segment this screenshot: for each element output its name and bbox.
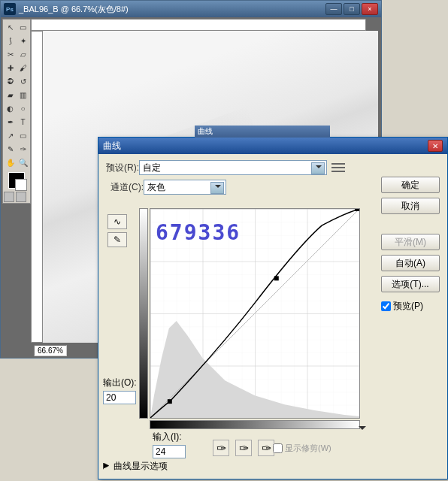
- dodge-tool-icon[interactable]: ○: [17, 101, 29, 115]
- chevron-right-icon: ⯈: [103, 462, 110, 470]
- quickmask-icon[interactable]: [4, 192, 14, 202]
- brush-tool-icon[interactable]: 🖌: [17, 61, 29, 74]
- hand-tool-icon[interactable]: ✋: [4, 156, 17, 169]
- black-point-eyedropper-icon[interactable]: ✑: [213, 440, 229, 456]
- ruler-vertical: [31, 31, 43, 343]
- curve-point[interactable]: [355, 209, 359, 211]
- type-tool-icon[interactable]: T: [17, 115, 29, 129]
- curves-dialog: 曲线 曲线 ✕ 预设(R): 自定 通道(C): 灰色 ∿ ✎: [98, 137, 448, 479]
- chevron-down-icon: [215, 185, 221, 191]
- wand-tool-icon[interactable]: ✦: [17, 34, 29, 47]
- dialog-title: 曲线: [103, 140, 428, 153]
- background-swatch[interactable]: [15, 179, 27, 191]
- ps-titlebar[interactable]: Ps _BAL96_B @ 66.7%(灰色/8#) — □ ×: [1, 1, 381, 17]
- eraser-tool-icon[interactable]: ▰: [4, 88, 17, 101]
- notes-tool-icon[interactable]: ✎: [4, 142, 17, 156]
- shape-tool-icon[interactable]: ▭: [17, 129, 29, 142]
- output-gradient: [139, 208, 148, 419]
- expand-handle-icon[interactable]: [359, 426, 366, 434]
- preview-label: 预览(P): [393, 300, 423, 313]
- curve-point[interactable]: [168, 399, 172, 404]
- lasso-tool-icon[interactable]: ⟆: [4, 34, 17, 47]
- toolbox: ↖▭ ⟆✦ ✂▱ ✚🖌 ⮊↺ ▰▥ ◐○ ✒T ↗▭ ✎✑ ✋🔍: [2, 19, 31, 204]
- display-options-label: 曲线显示选项: [114, 460, 168, 473]
- show-clipping-input[interactable]: [273, 443, 283, 453]
- output-label: 输出(O):: [103, 377, 137, 389]
- color-swatches[interactable]: [4, 172, 29, 189]
- input-gradient: [150, 420, 360, 429]
- output-input[interactable]: [103, 391, 136, 404]
- document-title: _BAL96_B @ 66.7%(灰色/8#): [19, 4, 325, 15]
- ruler-horizontal: [31, 19, 366, 31]
- eyedropper-icon[interactable]: ✑: [17, 142, 29, 156]
- display-options-toggle[interactable]: ⯈ 曲线显示选项: [103, 460, 168, 473]
- input-label: 输入(I):: [153, 431, 186, 443]
- curve-point[interactable]: [274, 276, 279, 280]
- preview-checkbox[interactable]: 预览(P): [381, 300, 440, 313]
- channel-combo[interactable]: 灰色: [144, 180, 226, 195]
- history-brush-icon[interactable]: ↺: [17, 74, 29, 88]
- gradient-tool-icon[interactable]: ▥: [17, 88, 29, 101]
- close-button[interactable]: ×: [362, 3, 378, 15]
- dialog-close-button[interactable]: ✕: [428, 140, 443, 152]
- move-tool-icon[interactable]: ↖: [4, 20, 17, 34]
- maximize-button[interactable]: □: [344, 3, 360, 15]
- preset-combo[interactable]: 自定: [139, 160, 327, 175]
- show-clipping-label: 显示修剪(W): [285, 443, 331, 454]
- curve-graph[interactable]: [150, 208, 360, 419]
- preset-menu-icon[interactable]: [331, 162, 345, 173]
- zoom-tool-icon[interactable]: 🔍: [17, 156, 29, 169]
- preset-value: 自定: [143, 162, 161, 174]
- ps-app-icon: Ps: [4, 3, 16, 15]
- channel-value: 灰色: [147, 181, 165, 194]
- zoom-status[interactable]: 66.67%: [34, 345, 67, 356]
- curve-pencil-tool-icon[interactable]: ✎: [107, 232, 127, 247]
- gray-point-eyedropper-icon[interactable]: ✑: [235, 440, 252, 456]
- path-tool-icon[interactable]: ↗: [4, 129, 17, 142]
- input-input[interactable]: [153, 445, 186, 458]
- preview-input[interactable]: [381, 301, 391, 311]
- auto-button[interactable]: 自动(A): [381, 255, 440, 271]
- blur-tool-icon[interactable]: ◐: [4, 101, 17, 115]
- screenmode-icon[interactable]: [16, 192, 26, 202]
- stamp-tool-icon[interactable]: ⮊: [4, 74, 17, 88]
- inner-window-title: 曲线: [195, 126, 330, 138]
- curve-point-tool-icon[interactable]: ∿: [107, 214, 127, 229]
- heal-tool-icon[interactable]: ✚: [4, 61, 17, 74]
- show-clipping-checkbox[interactable]: 显示修剪(W): [273, 443, 331, 454]
- pen-tool-icon[interactable]: ✒: [4, 115, 17, 129]
- chevron-down-icon: [316, 165, 322, 171]
- crop-tool-icon[interactable]: ✂: [4, 47, 17, 61]
- minimize-button[interactable]: —: [325, 3, 342, 15]
- options-button[interactable]: 选项(T)...: [381, 276, 440, 292]
- foreground-swatch[interactable]: [8, 172, 25, 189]
- white-point-eyedropper-icon[interactable]: ✑: [258, 440, 274, 456]
- smooth-button[interactable]: 平滑(M): [381, 234, 440, 250]
- dialog-titlebar[interactable]: 曲线 ✕: [98, 138, 447, 154]
- channel-label: 通道(C):: [110, 181, 144, 194]
- marquee-tool-icon[interactable]: ▭: [17, 20, 29, 34]
- curve-svg[interactable]: [150, 209, 359, 418]
- preset-label: 预设(R):: [106, 162, 139, 174]
- ok-button[interactable]: 确定: [381, 177, 440, 193]
- slice-tool-icon[interactable]: ▱: [17, 47, 29, 61]
- cancel-button[interactable]: 取消: [381, 198, 440, 214]
